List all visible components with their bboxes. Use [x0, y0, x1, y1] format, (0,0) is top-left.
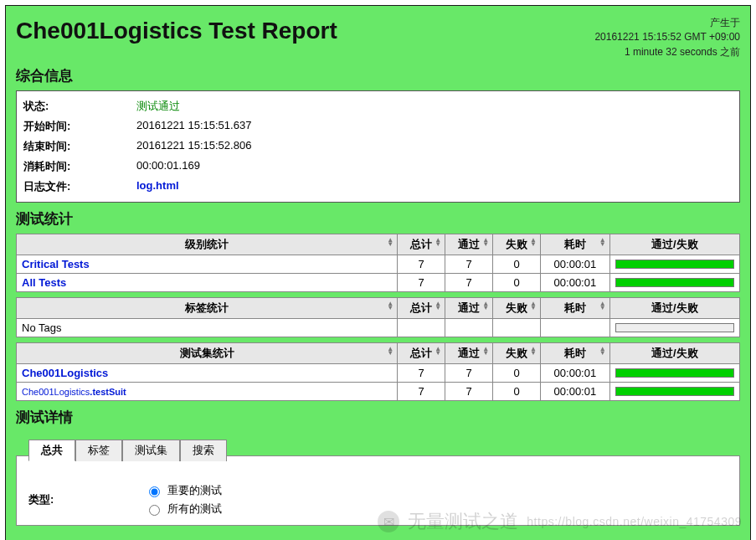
cell-elapsed: 00:00:01	[541, 255, 610, 274]
report-container: Che001Logistics Test Report 产生于 20161221…	[5, 5, 751, 540]
generated-time: 20161221 15:15:52 GMT +09:00	[594, 30, 740, 44]
section-summary-title: 综合信息	[16, 66, 740, 85]
radio-all-label[interactable]: 所有的测试	[145, 501, 222, 517]
summary-log-link[interactable]: log.html	[136, 179, 179, 192]
col-suite-name[interactable]: 测试集统计▲▼	[17, 343, 398, 364]
summary-box: 状态: 测试通过 开始时间: 20161221 15:15:51.637 结束时…	[16, 90, 740, 203]
sort-icon: ▲▼	[387, 238, 393, 246]
summary-end-label: 结束时间:	[23, 139, 136, 154]
generated-ago: 1 minute 32 seconds 之前	[594, 45, 740, 59]
pass-fail-bar	[615, 387, 734, 396]
summary-log-label: 日志文件:	[23, 179, 136, 194]
stats-suite-table: 测试集统计▲▼ 总计▲▼ 通过▲▼ 失败▲▼ 耗时▲▼ 通过/失败 Che001…	[16, 342, 740, 401]
report-header: Che001Logistics Test Report 产生于 20161221…	[16, 14, 740, 59]
summary-start-value: 20161221 15:15:51.637	[136, 119, 251, 134]
pass-fail-bar	[615, 368, 734, 378]
section-details-title: 测试详情	[16, 408, 740, 427]
tab-tag[interactable]: 标签	[75, 440, 122, 461]
cell-total: 7	[398, 255, 445, 274]
cell-fail: 0	[493, 255, 541, 274]
summary-end-value: 20161221 15:15:52.806	[136, 139, 251, 154]
generated-info: 产生于 20161221 15:15:52 GMT +09:00 1 minut…	[594, 14, 740, 59]
details-tabs: 总共 标签 测试集 搜索	[28, 455, 751, 477]
summary-elapsed-value: 00:00:01.169	[136, 159, 200, 174]
suite-link-sub[interactable]: Che001Logistics.testSuit	[22, 387, 126, 397]
details-tabpane: 类型: 重要的测试 所有的测试	[17, 478, 739, 518]
col-graph: 通过/失败	[609, 234, 739, 255]
stats-level-table: 级别统计▲▼ 总计▲▼ 通过▲▼ 失败▲▼ 耗时▲▼ 通过/失败 Critica…	[16, 234, 740, 292]
table-row: No Tags	[17, 319, 740, 337]
summary-elapsed-label: 消耗时间:	[23, 159, 136, 174]
summary-status-label: 状态:	[23, 99, 136, 114]
col-total[interactable]: 总计▲▼	[398, 234, 445, 255]
cell-pass: 7	[445, 255, 493, 274]
pass-fail-bar	[615, 323, 734, 332]
section-stats-title: 测试统计	[16, 209, 740, 229]
col-level-name[interactable]: 级别统计▲▼	[17, 234, 398, 255]
details-type-label: 类型:	[28, 492, 141, 507]
page-title: Che001Logistics Test Report	[16, 18, 337, 44]
table-row: All Tests 7 7 0 00:00:01	[17, 274, 740, 292]
table-row: Che001Logistics.testSuit 7 7 0 00:00:01	[17, 383, 740, 401]
level-link-all[interactable]: All Tests	[22, 276, 66, 289]
generated-label: 产生于	[594, 16, 740, 30]
summary-status-value: 测试通过	[136, 99, 180, 114]
radio-critical[interactable]	[149, 486, 160, 497]
col-elapsed[interactable]: 耗时▲▼	[541, 234, 610, 255]
radio-all[interactable]	[149, 505, 160, 516]
col-pass[interactable]: 通过▲▼	[445, 234, 493, 255]
stats-tag-table: 标签统计▲▼ 总计▲▼ 通过▲▼ 失败▲▼ 耗时▲▼ 通过/失败 No Tags	[16, 297, 740, 337]
col-fail[interactable]: 失败▲▼	[493, 234, 541, 255]
tab-all[interactable]: 总共	[28, 440, 75, 461]
pass-fail-bar	[615, 260, 734, 269]
cell-fail: 0	[493, 274, 541, 292]
table-row: Critical Tests 7 7 0 00:00:01	[17, 255, 740, 274]
no-tags-cell: No Tags	[17, 319, 398, 337]
level-link-critical[interactable]: Critical Tests	[22, 258, 90, 270]
summary-start-label: 开始时间:	[23, 119, 136, 134]
cell-pass: 7	[445, 274, 493, 292]
col-tag-name[interactable]: 标签统计▲▼	[17, 298, 398, 319]
tab-search[interactable]: 搜索	[180, 440, 227, 461]
details-panel: 总共 标签 测试集 搜索 类型: 重要的测试 所有的测试	[16, 455, 740, 526]
cell-elapsed: 00:00:01	[541, 274, 610, 292]
tab-suite[interactable]: 测试集	[122, 440, 180, 461]
pass-fail-bar	[615, 278, 734, 287]
radio-critical-label[interactable]: 重要的测试	[145, 483, 222, 498]
suite-link[interactable]: Che001Logistics	[22, 367, 108, 379]
cell-total: 7	[398, 274, 445, 292]
table-row: Che001Logistics 7 7 0 00:00:01	[17, 364, 740, 383]
